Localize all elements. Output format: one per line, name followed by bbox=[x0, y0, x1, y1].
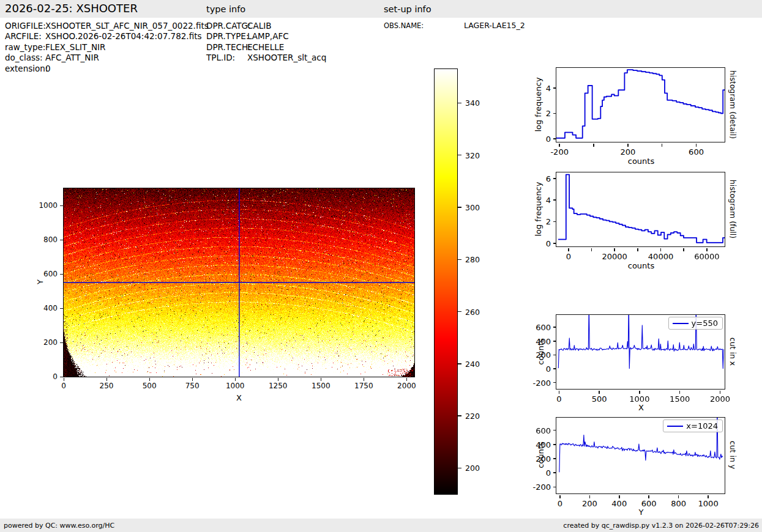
legend-line-sample bbox=[673, 323, 689, 324]
histogram-detail-ylabel: log frequency bbox=[534, 77, 543, 131]
y-tick-label: 1000 bbox=[39, 201, 58, 210]
y-tick-label: -200 bbox=[532, 378, 551, 387]
colorbar-tick-mark bbox=[458, 155, 461, 156]
x-tick-mark bbox=[683, 248, 684, 251]
x-tick-label: 500 bbox=[143, 382, 157, 390]
colorbar bbox=[434, 68, 458, 495]
meta-row-obsname: OBS.NAME:LAGER-LAE15_2 bbox=[384, 20, 525, 31]
colorbar-tick-label: 220 bbox=[465, 412, 480, 421]
y-tick-label: 0 bbox=[53, 372, 58, 381]
x-tick-mark bbox=[591, 248, 592, 251]
origfile-label: ORIGFILE: bbox=[5, 21, 45, 31]
page-title: 2026-02-25: XSHOOTER bbox=[5, 2, 138, 15]
x-tick-label: 0 bbox=[61, 382, 66, 390]
x-tick-label: 1000 bbox=[629, 394, 649, 404]
histogram-detail-xlabel: counts bbox=[557, 157, 725, 166]
y-tick-mark bbox=[553, 382, 556, 383]
x-tick-label: 1750 bbox=[354, 382, 373, 390]
colorbar-tick-label: 240 bbox=[465, 359, 480, 368]
colorbar-tick-label: 340 bbox=[465, 98, 480, 108]
y-tick-label: 400 bbox=[536, 336, 551, 345]
x-tick-label: 1250 bbox=[269, 382, 288, 390]
y-tick-mark bbox=[553, 458, 556, 459]
y-tick-label: 200 bbox=[536, 454, 551, 464]
x-tick-mark bbox=[278, 378, 278, 381]
extension-value: 0 bbox=[45, 64, 51, 73]
meta-row-dprtech: DPR.TECH:ECHELLE bbox=[206, 42, 326, 53]
x-tick-mark bbox=[619, 495, 620, 498]
y-tick-mark bbox=[60, 240, 63, 240]
histogram-full-ylabel: log frequency bbox=[534, 182, 543, 236]
legend-y550-label: y=550 bbox=[692, 319, 718, 328]
type-info-heading: type info bbox=[206, 4, 245, 14]
x-tick-mark bbox=[364, 378, 364, 381]
rawtype-value: FLEX_SLIT_NIR bbox=[45, 42, 105, 52]
x-tick-mark bbox=[559, 144, 560, 147]
dprtype-value: LAMP,AFC bbox=[247, 31, 289, 41]
x-tick-label: 2000 bbox=[397, 382, 416, 390]
y-tick-mark bbox=[553, 199, 556, 201]
y-tick-mark bbox=[553, 178, 556, 179]
colorbar-tick-label: 300 bbox=[465, 202, 480, 212]
dprcatg-value: CALIB bbox=[247, 21, 271, 31]
y-tick-label: 0 bbox=[546, 468, 551, 478]
y-tick-label: 4 bbox=[546, 196, 551, 205]
y-tick-label: 2 bbox=[546, 217, 551, 226]
tplid-label: TPL.ID: bbox=[206, 53, 247, 63]
meta-row-rawtype: raw_type:FLEX_SLIT_NIR bbox=[5, 42, 209, 53]
x-tick-mark bbox=[696, 144, 697, 147]
colorbar-tick-mark bbox=[458, 207, 461, 208]
dprtype-label: DPR.TYPE: bbox=[206, 31, 247, 42]
meta-row-dprcatg: DPR.CATG:CALIB bbox=[206, 21, 326, 31]
x-tick-label: 40000 bbox=[648, 252, 673, 261]
histogram-detail-side-label: histogram (detail) bbox=[728, 70, 738, 139]
y-tick-label: 800 bbox=[43, 235, 58, 244]
tplid-value: XSHOOTER_slt_acq bbox=[247, 53, 326, 62]
main-yaxis-label: Y bbox=[35, 279, 45, 284]
origfile-value: XSHOOTER_SLT_AFC_NIR_057_0022.fits bbox=[45, 21, 209, 31]
y-tick-mark bbox=[60, 342, 63, 343]
y-tick-mark bbox=[60, 205, 63, 206]
y-tick-label: 0 bbox=[546, 134, 551, 143]
y-tick-mark bbox=[553, 327, 556, 328]
x-tick-label: 2000 bbox=[710, 394, 730, 404]
x-tick-mark bbox=[64, 378, 64, 381]
legend-y550: y=550 bbox=[668, 317, 723, 330]
x-tick-mark bbox=[599, 391, 600, 394]
x-tick-mark bbox=[648, 495, 649, 498]
y-tick-mark bbox=[60, 308, 63, 309]
colorbar-tick-label: 260 bbox=[465, 307, 480, 316]
y-tick-label: 200 bbox=[43, 338, 58, 347]
doclass-label: do_class: bbox=[5, 53, 45, 63]
x-tick-label: 1500 bbox=[312, 382, 331, 390]
x-tick-mark bbox=[720, 391, 721, 394]
y-tick-mark bbox=[60, 274, 63, 275]
x-tick-mark bbox=[406, 378, 407, 381]
x-tick-label: 0 bbox=[558, 499, 562, 508]
file-info-block: ORIGFILE:XSHOOTER_SLT_AFC_NIR_057_0022.f… bbox=[5, 21, 209, 74]
colorbar-tick-mark bbox=[458, 259, 461, 260]
y-tick-mark bbox=[553, 472, 556, 473]
y-tick-label: 600 bbox=[536, 426, 551, 435]
meta-row-dprtype: DPR.TYPE:LAMP,AFC bbox=[206, 31, 326, 42]
y-tick-mark bbox=[553, 221, 556, 223]
y-tick-mark bbox=[553, 487, 556, 488]
x-tick-label: 1000 bbox=[698, 499, 719, 508]
x-tick-label: -200 bbox=[550, 147, 569, 157]
y-tick-mark bbox=[553, 368, 556, 369]
y-tick-label: 200 bbox=[536, 350, 551, 360]
detector-image-canvas bbox=[64, 188, 414, 377]
x-tick-mark bbox=[321, 378, 321, 381]
colorbar-tick-mark bbox=[458, 468, 461, 469]
rawtype-label: raw_type: bbox=[5, 42, 45, 53]
cut-in-x-side-label: cut in x bbox=[728, 338, 738, 366]
meta-row-arcfile: ARCFILE:XSHOO.2026-02-26T04:42:07.782.fi… bbox=[5, 31, 209, 42]
x-tick-mark bbox=[637, 248, 638, 251]
x-tick-mark bbox=[192, 378, 193, 381]
y-tick-mark bbox=[553, 138, 556, 139]
dprtech-value: ECHELLE bbox=[247, 42, 284, 52]
x-tick-label: 200 bbox=[582, 499, 597, 508]
y-tick-label: 400 bbox=[43, 304, 58, 312]
meta-row-origfile: ORIGFILE:XSHOOTER_SLT_AFC_NIR_057_0022.f… bbox=[5, 21, 209, 31]
y-tick-label: 600 bbox=[43, 270, 58, 278]
